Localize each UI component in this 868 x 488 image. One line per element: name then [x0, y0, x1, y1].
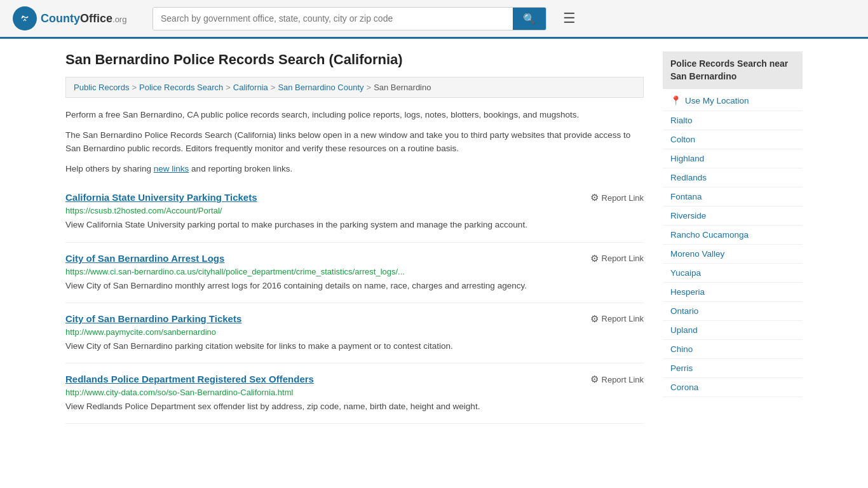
use-my-location-label: Use My Location — [685, 96, 749, 105]
report-label-3: Report Link — [602, 314, 644, 323]
sidebar-city-link[interactable]: Rancho Cucamonga — [663, 226, 803, 245]
sidebar-city-link[interactable]: Redlands — [663, 168, 803, 187]
breadcrumb: Public Records > Police Records Search >… — [65, 77, 644, 98]
result-title-2[interactable]: City of San Bernardino Arrest Logs — [65, 253, 224, 264]
sidebar: Police Records Search near San Bernardin… — [663, 51, 803, 424]
sidebar-city-link[interactable]: Yucaipa — [663, 264, 803, 283]
report-link-btn-2[interactable]: ⚙ Report Link — [590, 253, 644, 264]
menu-button[interactable]: ☰ — [559, 6, 580, 30]
result-desc-4: View Redlands Police Department sex offe… — [65, 400, 644, 413]
result-url-2[interactable]: https://www.ci.san-bernardino.ca.us/city… — [65, 267, 644, 276]
para3-suffix: and reporting broken links. — [189, 164, 292, 173]
report-icon-2: ⚙ — [590, 253, 599, 264]
sidebar-city-link[interactable]: Colton — [663, 130, 803, 149]
report-label-2: Report Link — [602, 254, 644, 263]
sidebar-links: RialtoColtonHighlandRedlandsFontanaRiver… — [663, 111, 803, 397]
result-item: City of San Bernardino Parking Tickets ⚙… — [65, 303, 644, 363]
sidebar-city-link[interactable]: Highland — [663, 149, 803, 168]
page-title: San Bernardino Police Records Search (Ca… — [65, 51, 644, 68]
result-title-3[interactable]: City of San Bernardino Parking Tickets — [65, 313, 241, 324]
results-list: California State University Parking Tick… — [65, 182, 644, 424]
report-link-btn-4[interactable]: ⚙ Report Link — [590, 374, 644, 385]
header: CountyOffice.org 🔍 ☰ — [0, 0, 868, 39]
sidebar-city-link[interactable]: Riverside — [663, 207, 803, 226]
sidebar-city-link[interactable]: Moreno Valley — [663, 245, 803, 264]
sidebar-city-link[interactable]: Hesperia — [663, 283, 803, 302]
svg-point-1 — [22, 16, 24, 18]
sidebar-title: Police Records Search near San Bernardin… — [663, 51, 803, 89]
breadcrumb-sep-1: > — [132, 83, 137, 92]
new-links-link[interactable]: new links — [154, 164, 189, 173]
logo-area: CountyOffice.org — [13, 6, 140, 30]
location-pin-icon: 📍 — [670, 95, 681, 105]
logo-text: CountyOffice.org — [41, 12, 126, 25]
report-label-1: Report Link — [602, 193, 644, 203]
breadcrumb-public-records[interactable]: Public Records — [74, 83, 129, 92]
result-desc-2: View City of San Bernardino monthly arre… — [65, 280, 644, 292]
use-my-location-link[interactable]: 📍 Use My Location — [663, 90, 803, 111]
sidebar-city-link[interactable]: Upland — [663, 321, 803, 340]
description-para-3: Help others by sharing new links and rep… — [65, 162, 644, 176]
search-button[interactable]: 🔍 — [513, 8, 546, 30]
result-desc-3: View City of San Bernardino parking cita… — [65, 340, 644, 353]
sidebar-city-link[interactable]: Chino — [663, 340, 803, 359]
search-input[interactable] — [153, 8, 513, 30]
sidebar-city-link[interactable]: Ontario — [663, 302, 803, 321]
description-para-1: Perform a free San Bernardino, CA public… — [65, 108, 644, 122]
result-title-1[interactable]: California State University Parking Tick… — [65, 192, 257, 203]
breadcrumb-sep-4: > — [367, 83, 372, 92]
breadcrumb-police-records[interactable]: Police Records Search — [139, 83, 223, 92]
description-para-2: The San Bernardino Police Records Search… — [65, 128, 644, 156]
sidebar-city-link[interactable]: Rialto — [663, 111, 803, 130]
result-item: Redlands Police Department Registered Se… — [65, 363, 644, 424]
sidebar-city-link[interactable]: Perris — [663, 359, 803, 378]
result-url-4[interactable]: http://www.city-data.com/so/so-San-Berna… — [65, 388, 644, 397]
search-bar: 🔍 — [153, 7, 546, 30]
para3-prefix: Help others by sharing — [65, 164, 154, 173]
report-link-btn-1[interactable]: ⚙ Report Link — [590, 192, 644, 203]
report-icon-1: ⚙ — [590, 192, 599, 203]
breadcrumb-current: San Bernardino — [374, 83, 431, 92]
sidebar-city-link[interactable]: Corona — [663, 378, 803, 397]
breadcrumb-sep-2: > — [226, 83, 231, 92]
sidebar-city-link[interactable]: Fontana — [663, 187, 803, 207]
main-content: San Bernardino Police Records Search (Ca… — [65, 51, 644, 424]
logo-icon — [13, 6, 37, 30]
breadcrumb-sep-3: > — [271, 83, 276, 92]
report-link-btn-3[interactable]: ⚙ Report Link — [590, 313, 644, 325]
result-title-4[interactable]: Redlands Police Department Registered Se… — [65, 374, 314, 384]
result-url-1[interactable]: https://csusb.t2hosted.com/Account/Porta… — [65, 206, 644, 215]
breadcrumb-county[interactable]: San Bernardino County — [278, 83, 363, 92]
report-icon-3: ⚙ — [590, 313, 599, 325]
result-desc-1: View California State University parking… — [65, 219, 644, 231]
result-url-3[interactable]: http://www.paymycite.com/sanbernardino — [65, 327, 644, 337]
result-item: City of San Bernardino Arrest Logs ⚙ Rep… — [65, 243, 644, 303]
breadcrumb-california[interactable]: California — [233, 83, 268, 92]
report-label-4: Report Link — [602, 375, 644, 384]
result-item: California State University Parking Tick… — [65, 182, 644, 242]
content-wrapper: San Bernardino Police Records Search (Ca… — [53, 39, 815, 437]
report-icon-4: ⚙ — [590, 374, 599, 385]
